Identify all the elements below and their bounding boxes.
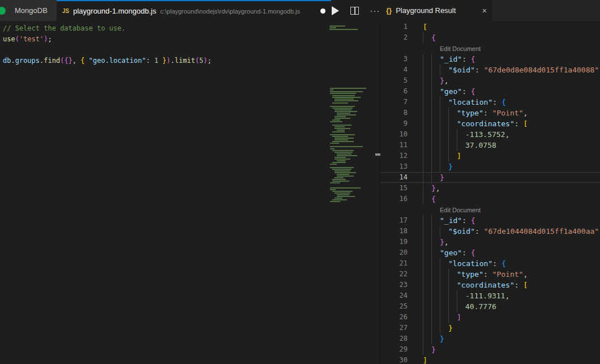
minimap[interactable] — [328, 21, 371, 364]
code-line[interactable]: use('test'); — [3, 34, 328, 45]
edit-document-link[interactable]: Edit Document — [440, 207, 481, 213]
code-token: . — [11, 57, 15, 65]
result-line[interactable]: 23"coordinates": [ — [380, 280, 600, 290]
code-token: : — [492, 98, 502, 106]
result-line[interactable]: 1137.0758 — [380, 140, 600, 151]
close-icon[interactable]: × — [482, 6, 487, 15]
result-line[interactable]: 1[ — [380, 22, 600, 32]
code-token: "geo" — [440, 87, 462, 96]
playground-result-editor[interactable]: 1[2{Edit Document3"_id": {4"$oid": "67de… — [380, 21, 600, 364]
code-line[interactable]: // Select the database to use. — [3, 23, 328, 34]
result-line[interactable]: 16{ — [380, 194, 600, 204]
result-line[interactable]: 20"geo": { — [380, 247, 600, 258]
code-token: , — [505, 130, 509, 139]
result-line[interactable]: 13} — [380, 161, 600, 172]
result-tab-label: Playground Result — [396, 6, 456, 15]
result-line[interactable]: 26] — [380, 312, 600, 323]
editor-scrollbar[interactable] — [371, 21, 380, 364]
code-token: "$oid" — [448, 66, 475, 74]
code-token: } — [158, 57, 166, 65]
line-number: 28 — [380, 333, 408, 344]
code-token: 'test' — [19, 35, 44, 43]
result-line[interactable]: 2{ — [380, 32, 600, 43]
minimap-code-mark — [335, 170, 350, 172]
result-line[interactable]: 9"coordinates": [ — [380, 118, 600, 129]
code-token: { — [471, 55, 475, 63]
result-line-text: "geo": { — [423, 87, 475, 96]
result-line-text: } — [423, 173, 444, 182]
result-line-text: } — [423, 162, 453, 171]
result-line[interactable]: 14} — [380, 172, 600, 183]
result-line[interactable]: 29} — [380, 344, 600, 355]
code-token: : — [475, 227, 484, 235]
code-token: } — [431, 184, 436, 192]
minimap-code-mark — [332, 199, 347, 200]
minimap-code-mark — [332, 162, 346, 163]
tab-mongodb[interactable]: MongoDB — [0, 0, 57, 21]
result-line[interactable]: 24-111.9311, — [380, 290, 600, 301]
result-line[interactable]: 18"$oid": "67de1044084d015ff1a400aa" — [380, 226, 600, 237]
code-token: : — [515, 119, 524, 128]
minimap-code-mark — [332, 125, 352, 126]
result-line[interactable]: 3"_id": { — [380, 54, 600, 65]
result-line-content: "$oid": "67de0d8e084d015ff1a40088" — [423, 65, 600, 75]
result-line-content: 37.0758 — [423, 140, 600, 151]
minimap-code-mark — [330, 164, 337, 165]
tab-playground-result[interactable]: {} Playground Result × — [380, 0, 492, 21]
minimap-code-mark — [332, 131, 345, 132]
minimap-code-mark — [335, 172, 356, 173]
result-line-content: "coordinates": [ — [423, 280, 600, 290]
result-line-content: "geo": { — [423, 86, 600, 97]
run-playground-icon[interactable] — [332, 6, 339, 15]
result-line[interactable]: 30] — [380, 355, 600, 364]
code-token: , — [444, 238, 449, 246]
result-line-text: ] — [423, 356, 427, 364]
result-line[interactable]: 4"$oid": "67de0d8e084d015ff1a40088" — [380, 65, 600, 75]
result-line[interactable]: 17"_id": { — [380, 215, 600, 226]
tab-playground-file[interactable]: JS playground-1.mongodb.js c:\playground… — [57, 0, 331, 21]
code-line[interactable]: db.groups.find({}, { "geo.location": 1 }… — [3, 55, 328, 66]
result-line-text: "type": "Point", — [423, 109, 528, 117]
code-token: ; — [48, 35, 52, 43]
result-line[interactable]: 19}, — [380, 237, 600, 247]
line-number: 20 — [380, 247, 408, 258]
code-token: "_id" — [440, 216, 462, 225]
minimap-code-mark — [335, 177, 344, 178]
result-line[interactable]: 10-113.5752, — [380, 129, 600, 140]
edit-document-link[interactable]: Edit Document — [440, 45, 481, 52]
result-line-content: "geo": { — [423, 247, 600, 258]
line-number: 22 — [380, 269, 408, 280]
split-editor-icon[interactable] — [350, 7, 359, 15]
minimap-code-mark — [337, 196, 355, 197]
result-line[interactable]: 15}, — [380, 183, 600, 194]
result-line[interactable]: 22"type": "Point", — [380, 269, 600, 280]
code-token: db — [3, 57, 11, 65]
result-line[interactable]: 2540.7776 — [380, 301, 600, 312]
result-line[interactable]: 21"location": { — [380, 258, 600, 269]
line-number: 11 — [380, 140, 408, 151]
result-line[interactable]: 28} — [380, 333, 600, 344]
code-token: "coordinates" — [457, 281, 515, 289]
code-token: , — [523, 270, 528, 279]
code-token: , — [72, 57, 80, 65]
result-line[interactable]: 6"geo": { — [380, 86, 600, 97]
result-line[interactable]: 7"location": { — [380, 97, 600, 108]
more-actions-icon[interactable]: ··· — [370, 8, 380, 14]
result-line-text: [ — [423, 23, 427, 31]
result-line[interactable]: 8"type": "Point", — [380, 108, 600, 118]
result-line-text: 40.7776 — [423, 302, 496, 311]
mongodb-leaf-icon — [0, 7, 6, 15]
line-number: 15 — [380, 183, 408, 194]
minimap-code-mark — [335, 109, 352, 110]
playground-code-editor[interactable]: // Select the database to use.use('test'… — [0, 21, 328, 364]
minimap-code-mark — [329, 29, 358, 30]
code-line[interactable] — [3, 45, 328, 55]
minimap-code-mark — [335, 157, 346, 158]
minimap-code-mark — [330, 88, 366, 89]
result-line[interactable]: 5}, — [380, 75, 600, 86]
result-line[interactable]: 12] — [380, 151, 600, 161]
code-token: groups — [15, 57, 40, 65]
unsaved-changes-icon[interactable] — [320, 8, 325, 14]
result-line[interactable]: 27} — [380, 323, 600, 333]
code-token: } — [440, 76, 444, 85]
